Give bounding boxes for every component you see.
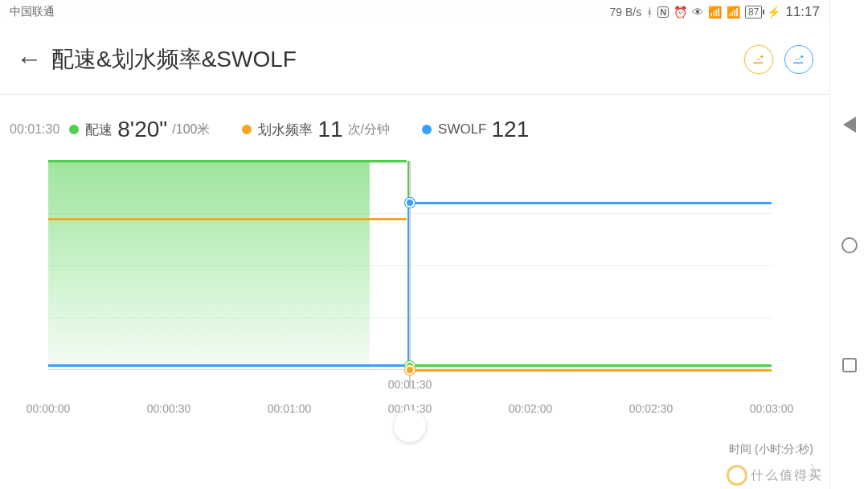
wifi-icon: 📶	[708, 6, 722, 18]
bluetooth-icon: ᚼ	[646, 6, 653, 18]
watermark-logo-icon	[727, 465, 747, 486]
chevron-right-icon[interactable]: 〉	[809, 460, 826, 484]
page-title: 配速&划水频率&SWOLF	[51, 44, 297, 75]
x-tick: 00:01:00	[268, 402, 312, 415]
charging-icon: ⚡	[767, 6, 780, 18]
nav-back-icon[interactable]	[843, 117, 856, 133]
eye-icon: 👁	[692, 6, 703, 18]
x-tick: 00:02:00	[509, 402, 553, 415]
nav-recent-icon[interactable]	[842, 358, 857, 372]
android-navbar	[829, 0, 868, 489]
chart-plot[interactable]: 00:01:30	[48, 161, 772, 370]
readout-pace-value: 8'20"	[117, 117, 167, 142]
app-screen: 中国联通 79 B/s ᚼ N ⏰ 👁 📶 📶 87 ⚡ 11:17 ← 配速&…	[0, 0, 829, 489]
legend-label-swolf: SWOLF	[438, 121, 486, 138]
x-tick: 00:00:00	[27, 402, 71, 415]
x-axis-label: 时间 (小时:分:秒)	[729, 442, 813, 457]
readout-pace-unit: /100米	[172, 121, 210, 138]
swimmer-icon	[751, 52, 766, 67]
readout-row: 00:01:30 配速 8'20" /100米 划水频率 11 次/分钟 SWO…	[0, 109, 829, 150]
scrubber-label: 00:01:30	[388, 378, 432, 391]
legend-label-stroke: 划水频率	[258, 121, 313, 139]
legend-label-pace: 配速	[85, 121, 113, 139]
nfc-icon: N	[657, 6, 669, 18]
status-right: 79 B/s ᚼ N ⏰ 👁 📶 📶 87 ⚡ 11:17	[609, 4, 820, 20]
chart-container: 00:01:30 00:00:0000:00:3000:01:0000:01:3…	[0, 161, 829, 434]
status-time: 11:17	[785, 4, 820, 20]
legend-dot-stroke	[242, 125, 252, 134]
nav-home-icon[interactable]	[841, 237, 858, 253]
legend-dot-pace	[69, 125, 79, 134]
swolf-icon	[792, 52, 806, 67]
readout-swolf-value: 121	[492, 117, 530, 142]
svg-point-1	[800, 55, 803, 57]
mode-icon-swim-b[interactable]	[784, 45, 813, 74]
scrubber-line[interactable]	[409, 161, 411, 388]
back-button[interactable]: ←	[16, 41, 51, 77]
app-header: ← 配速&划水频率&SWOLF	[0, 24, 829, 95]
x-tick: 00:00:30	[147, 402, 191, 415]
legend-dot-swolf	[422, 125, 432, 134]
status-carrier: 中国联通	[10, 5, 55, 19]
readout-stroke-value: 11	[317, 117, 342, 142]
status-speed: 79 B/s	[609, 6, 641, 18]
x-tick: 00:03:00	[750, 402, 794, 415]
battery-icon: 87	[745, 6, 762, 18]
alarm-icon: ⏰	[674, 6, 687, 18]
readout-stroke-unit: 次/分钟	[348, 121, 390, 138]
status-bar: 中国联通 79 B/s ᚼ N ⏰ 👁 📶 📶 87 ⚡ 11:17	[0, 0, 829, 24]
readout-time: 00:01:30	[10, 122, 59, 137]
time-slider-handle[interactable]	[394, 410, 426, 442]
x-tick: 00:02:30	[629, 402, 674, 415]
svg-point-0	[760, 55, 763, 57]
signal-icon: 📶	[727, 6, 740, 18]
marker-dot	[405, 365, 415, 375]
marker-dot-blue-plateau	[405, 198, 415, 208]
mode-icon-swim-a[interactable]	[744, 45, 773, 74]
